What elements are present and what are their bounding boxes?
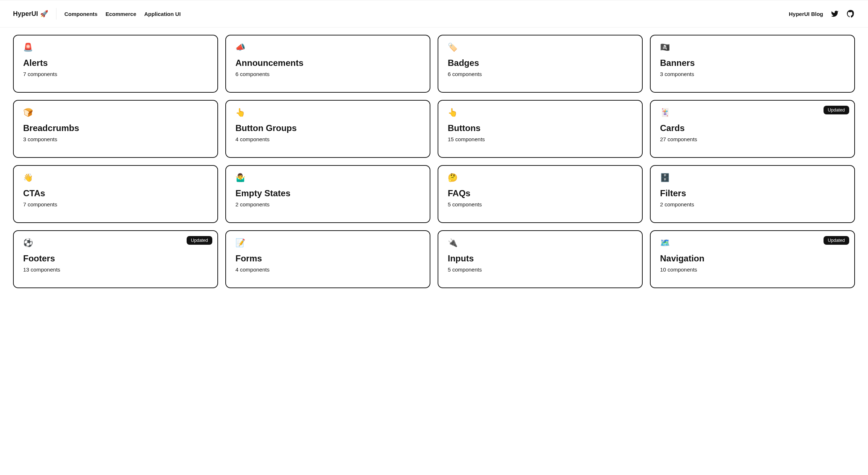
component-card[interactable]: Updated⚽Footers13 components	[13, 230, 218, 288]
top-bar: HyperUI 🚀 Components Ecommerce Applicati…	[0, 0, 868, 28]
card-count: 7 components	[23, 71, 208, 77]
card-emoji-icon: 🗄️	[660, 174, 845, 182]
card-emoji-icon: ⚽	[23, 239, 208, 247]
component-card[interactable]: 👆Buttons15 components	[438, 100, 643, 158]
nav-application-ui[interactable]: Application UI	[144, 11, 181, 17]
updated-badge: Updated	[824, 236, 849, 245]
card-emoji-icon: 🃏	[660, 109, 845, 117]
component-card[interactable]: 👋CTAs7 components	[13, 165, 218, 223]
card-emoji-icon: 🤔	[448, 174, 633, 182]
card-count: 3 components	[660, 71, 845, 77]
card-emoji-icon: 🤷‍♂️	[235, 174, 420, 182]
card-title: Banners	[660, 58, 845, 68]
main-content: 🚨Alerts7 components📣Announcements6 compo…	[0, 28, 868, 303]
component-card[interactable]: 🏷️Badges6 components	[438, 35, 643, 93]
card-count: 3 components	[23, 136, 208, 142]
card-count: 7 components	[23, 201, 208, 207]
card-emoji-icon: 📝	[235, 239, 420, 247]
card-title: Announcements	[235, 58, 420, 68]
card-emoji-icon: 📣	[235, 43, 420, 51]
right-links: HyperUI Blog	[789, 9, 855, 18]
rocket-icon: 🚀	[40, 10, 48, 18]
card-emoji-icon: 👆	[235, 109, 420, 117]
card-title: Inputs	[448, 253, 633, 264]
component-card[interactable]: Updated🃏Cards27 components	[650, 100, 855, 158]
component-card[interactable]: Updated🗺️Navigation10 components	[650, 230, 855, 288]
card-title: CTAs	[23, 188, 208, 198]
card-count: 5 components	[448, 266, 633, 273]
component-card[interactable]: 📝Forms4 components	[225, 230, 430, 288]
updated-badge: Updated	[187, 236, 212, 245]
components-grid: 🚨Alerts7 components📣Announcements6 compo…	[13, 35, 855, 288]
updated-badge: Updated	[824, 106, 849, 114]
nav-components[interactable]: Components	[64, 11, 98, 17]
card-count: 5 components	[448, 201, 633, 207]
card-emoji-icon: 🏷️	[448, 43, 633, 51]
component-card[interactable]: 🤔FAQs5 components	[438, 165, 643, 223]
card-title: Forms	[235, 253, 420, 264]
card-title: FAQs	[448, 188, 633, 198]
card-title: Breadcrumbs	[23, 123, 208, 133]
card-count: 6 components	[235, 71, 420, 77]
card-emoji-icon: 🗺️	[660, 239, 845, 247]
nav-ecommerce[interactable]: Ecommerce	[106, 11, 136, 17]
card-count: 4 components	[235, 136, 420, 142]
card-title: Filters	[660, 188, 845, 198]
primary-nav: Components Ecommerce Application UI	[64, 11, 181, 17]
card-count: 2 components	[660, 201, 845, 207]
brand-link[interactable]: HyperUI 🚀	[13, 10, 48, 18]
component-card[interactable]: 🔌Inputs5 components	[438, 230, 643, 288]
card-title: Footers	[23, 253, 208, 264]
card-title: Button Groups	[235, 123, 420, 133]
card-count: 6 components	[448, 71, 633, 77]
card-emoji-icon: 👋	[23, 174, 208, 182]
component-card[interactable]: 🏴‍☠️Banners3 components	[650, 35, 855, 93]
component-card[interactable]: 🚨Alerts7 components	[13, 35, 218, 93]
component-card[interactable]: 🤷‍♂️Empty States2 components	[225, 165, 430, 223]
component-card[interactable]: 👆Button Groups4 components	[225, 100, 430, 158]
card-count: 4 components	[235, 266, 420, 273]
github-icon[interactable]	[846, 9, 855, 18]
card-title: Alerts	[23, 58, 208, 68]
card-emoji-icon: 👆	[448, 109, 633, 117]
brand-name: HyperUI	[13, 10, 38, 18]
card-count: 10 components	[660, 266, 845, 273]
card-title: Cards	[660, 123, 845, 133]
card-title: Badges	[448, 58, 633, 68]
vertical-divider	[56, 8, 56, 20]
card-count: 15 components	[448, 136, 633, 142]
component-card[interactable]: 🍞Breadcrumbs3 components	[13, 100, 218, 158]
card-title: Navigation	[660, 253, 845, 264]
component-card[interactable]: 🗄️Filters2 components	[650, 165, 855, 223]
card-count: 13 components	[23, 266, 208, 273]
component-card[interactable]: 📣Announcements6 components	[225, 35, 430, 93]
card-title: Empty States	[235, 188, 420, 198]
card-emoji-icon: 🚨	[23, 43, 208, 51]
blog-link[interactable]: HyperUI Blog	[789, 11, 823, 17]
card-count: 2 components	[235, 201, 420, 207]
card-title: Buttons	[448, 123, 633, 133]
card-emoji-icon: 🏴‍☠️	[660, 43, 845, 51]
card-emoji-icon: 🔌	[448, 239, 633, 247]
card-emoji-icon: 🍞	[23, 109, 208, 117]
twitter-icon[interactable]	[830, 9, 839, 18]
card-count: 27 components	[660, 136, 845, 142]
